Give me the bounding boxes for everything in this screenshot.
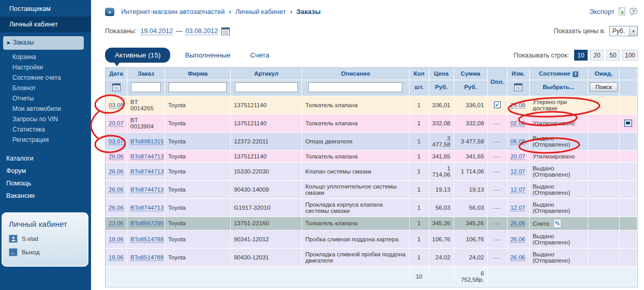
sidebar-item-link[interactable]: Состояние счета [0, 72, 91, 83]
sidebar-item-link[interactable]: Настройки [0, 62, 91, 72]
paid-checkbox-checked[interactable]: ✔ [494, 102, 501, 108]
totals-spacer [106, 267, 410, 287]
search-button[interactable]: Поиск [590, 82, 618, 92]
col-paid: Опл. [488, 68, 507, 96]
col-article[interactable]: Артикул [231, 68, 302, 80]
sidebar-section-link[interactable]: Каталоги [0, 152, 91, 165]
order-number-link[interactable]: BTo8744713 [130, 153, 164, 160]
rows-per-page-option[interactable]: 10 [574, 50, 588, 61]
order-date-link[interactable]: 26.06 [109, 205, 124, 211]
date-cell: 26.06 [106, 163, 127, 181]
period-from-link[interactable]: 19.04.2012 [141, 27, 173, 35]
orders-table: Дата Заказ Фирма Артикул Описание Кол Це… [105, 67, 638, 287]
col-qty: Кол [410, 68, 429, 80]
order-date-link[interactable]: 18.06 [109, 236, 124, 243]
status-filter-link[interactable]: Выбрать... [543, 84, 574, 90]
rows-per-page-option[interactable]: 20 [590, 50, 604, 61]
calendar-icon[interactable] [221, 27, 230, 35]
photo-icon[interactable] [624, 120, 632, 127]
sidebar-section-personal-cabinet[interactable]: Личный кабинет [0, 17, 91, 32]
article-filter-input[interactable] [235, 82, 298, 92]
changed-date-link[interactable]: 26.06 [511, 236, 526, 243]
sum-cell: 19,13 [454, 181, 488, 199]
order-filter-input[interactable] [131, 82, 161, 92]
sidebar-item-orders-active[interactable]: ▶Заказы [3, 36, 84, 50]
logout-link[interactable]: ← Выход [9, 248, 82, 256]
price-sub: Руб. [429, 80, 454, 96]
changed-date-link[interactable]: 26.06 [511, 220, 526, 227]
sidebar-item-link[interactable]: Корзина [0, 52, 91, 62]
expected-cell [588, 199, 620, 217]
tab-inactive[interactable]: Выполненные [185, 51, 230, 59]
changed-date-link[interactable]: 12.07 [511, 186, 526, 193]
rows-per-page-option[interactable]: 100 [622, 50, 638, 61]
article-cell: 12372-22011 [231, 133, 302, 151]
paid-dash: --- [493, 220, 501, 226]
qty-cell: 1 [410, 96, 429, 114]
changed-date-link[interactable]: 26.06 [511, 254, 526, 261]
sidebar-section-link[interactable]: Форум [0, 165, 91, 177]
order-date-link[interactable]: 18.06 [109, 254, 124, 261]
paid-cell: ✔ [488, 96, 507, 114]
col-date[interactable]: Дата [106, 68, 127, 80]
user-icon [9, 235, 18, 243]
order-date-link[interactable]: 03.07 [109, 138, 124, 145]
order-date-link[interactable]: 26.06 [109, 168, 124, 175]
sidebar-item-link[interactable]: Регистрация [0, 135, 91, 145]
breadcrumb-shop[interactable]: Интернет-магазин автозапчастей [121, 8, 225, 16]
breadcrumb-cabinet[interactable]: Личный кабинет [235, 8, 286, 16]
currency-select[interactable]: Руб. ▼ [609, 26, 638, 36]
sidebar-item-link[interactable]: Мои автомобили [0, 104, 91, 114]
question-icon[interactable]: ? [573, 71, 578, 77]
changed-date-link[interactable]: 25.08 [511, 102, 526, 109]
tab-inactive[interactable]: Счета [250, 51, 269, 59]
user-account-link[interactable]: S.vlad [9, 235, 82, 243]
sidebar-item-link[interactable]: Блокнот [0, 83, 91, 93]
order-number-link[interactable]: BTo8744713 [130, 205, 164, 211]
description-filter-input[interactable] [308, 82, 402, 92]
changed-date-link[interactable]: 12.07 [511, 168, 526, 175]
status-cell: Выдано (Отправлено) [530, 230, 588, 249]
order-number-link[interactable]: BTo8744713 [130, 186, 164, 193]
changed-date-link[interactable]: 06.08 [511, 138, 526, 145]
description-cell: Толкатель клапана [302, 96, 409, 114]
sidebar-item-link[interactable]: Отчеты [0, 93, 91, 104]
order-date-link[interactable]: 26.06 [109, 186, 124, 193]
period-to-link[interactable]: 03.08.2012 [186, 27, 218, 35]
tab-active[interactable]: Активные (15) [105, 48, 170, 63]
changed-cell: 06.08 [507, 133, 530, 151]
price-cell: 24,02 [429, 249, 454, 267]
col-firm[interactable]: Фирма [165, 68, 231, 80]
order-date-link[interactable]: 03.08 [109, 102, 124, 109]
help-bubble-icon[interactable]: ? [630, 8, 638, 16]
order-number-link[interactable]: BTo8514788 [130, 254, 164, 261]
order-date-link[interactable]: 20.07 [109, 120, 124, 127]
changed-date-link[interactable]: 12.07 [511, 205, 526, 211]
col-description[interactable]: Описание [302, 68, 409, 80]
order-number-link[interactable]: BTo8981315 [130, 138, 164, 145]
changed-date-link[interactable]: 20.07 [511, 153, 526, 160]
changed-cell: 20.07 [507, 151, 530, 163]
col-order[interactable]: Заказ [127, 68, 165, 80]
order-number-link[interactable]: BTo8667295 [130, 220, 164, 227]
rows-per-page-option[interactable]: 50 [606, 50, 620, 61]
changed-date-link[interactable]: 02.08 [511, 120, 526, 127]
sidebar-item-suppliers[interactable]: Поставщикам [0, 0, 91, 17]
firm-filter-input[interactable] [169, 82, 227, 92]
price-cell: 19,13 [429, 181, 454, 199]
calendar-icon[interactable] [112, 83, 121, 91]
edit-note-icon[interactable]: ✎ [553, 219, 561, 228]
sidebar-section-link[interactable]: Вакансии [0, 190, 91, 202]
excel-export-icon[interactable]: X [618, 7, 626, 16]
desc-filter-cell [302, 80, 409, 96]
order-number-link[interactable]: BTo8744713 [130, 168, 164, 175]
order-date-link[interactable]: 23.06 [109, 220, 124, 227]
order-date-link[interactable]: 26.06 [109, 153, 124, 160]
sidebar-item-link[interactable]: Запросы по VIN [0, 114, 91, 124]
sidebar-section-link[interactable]: Помощь [0, 177, 91, 190]
logout-icon: ← [9, 248, 18, 256]
calendar-icon[interactable] [514, 83, 522, 91]
export-link[interactable]: Экспорт [589, 8, 615, 16]
sidebar-item-link[interactable]: Статистика [0, 124, 91, 135]
order-number-link[interactable]: BTo8514788 [130, 236, 164, 243]
